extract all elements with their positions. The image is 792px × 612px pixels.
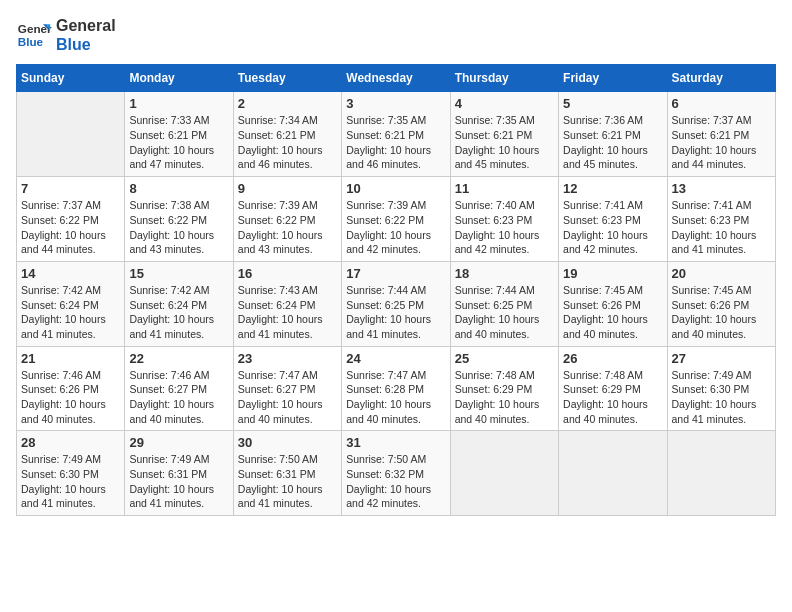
calendar-cell: 27Sunrise: 7:49 AM Sunset: 6:30 PM Dayli…	[667, 346, 775, 431]
day-number: 17	[346, 266, 445, 281]
calendar-cell: 22Sunrise: 7:46 AM Sunset: 6:27 PM Dayli…	[125, 346, 233, 431]
calendar-cell: 5Sunrise: 7:36 AM Sunset: 6:21 PM Daylig…	[559, 92, 667, 177]
calendar-header-row: SundayMondayTuesdayWednesdayThursdayFrid…	[17, 65, 776, 92]
day-number: 11	[455, 181, 554, 196]
calendar-cell: 20Sunrise: 7:45 AM Sunset: 6:26 PM Dayli…	[667, 261, 775, 346]
day-number: 13	[672, 181, 771, 196]
calendar-cell: 14Sunrise: 7:42 AM Sunset: 6:24 PM Dayli…	[17, 261, 125, 346]
calendar-week-3: 14Sunrise: 7:42 AM Sunset: 6:24 PM Dayli…	[17, 261, 776, 346]
day-number: 31	[346, 435, 445, 450]
svg-text:Blue: Blue	[18, 35, 44, 48]
day-number: 4	[455, 96, 554, 111]
calendar-cell: 29Sunrise: 7:49 AM Sunset: 6:31 PM Dayli…	[125, 431, 233, 516]
cell-content: Sunrise: 7:36 AM Sunset: 6:21 PM Dayligh…	[563, 113, 662, 172]
calendar-cell: 2Sunrise: 7:34 AM Sunset: 6:21 PM Daylig…	[233, 92, 341, 177]
calendar-cell: 10Sunrise: 7:39 AM Sunset: 6:22 PM Dayli…	[342, 177, 450, 262]
calendar-cell: 30Sunrise: 7:50 AM Sunset: 6:31 PM Dayli…	[233, 431, 341, 516]
cell-content: Sunrise: 7:34 AM Sunset: 6:21 PM Dayligh…	[238, 113, 337, 172]
cell-content: Sunrise: 7:46 AM Sunset: 6:27 PM Dayligh…	[129, 368, 228, 427]
day-number: 12	[563, 181, 662, 196]
calendar-cell: 21Sunrise: 7:46 AM Sunset: 6:26 PM Dayli…	[17, 346, 125, 431]
cell-content: Sunrise: 7:35 AM Sunset: 6:21 PM Dayligh…	[346, 113, 445, 172]
logo-line1: General	[56, 16, 116, 35]
calendar-cell: 24Sunrise: 7:47 AM Sunset: 6:28 PM Dayli…	[342, 346, 450, 431]
cell-content: Sunrise: 7:43 AM Sunset: 6:24 PM Dayligh…	[238, 283, 337, 342]
calendar-cell	[17, 92, 125, 177]
calendar-cell: 8Sunrise: 7:38 AM Sunset: 6:22 PM Daylig…	[125, 177, 233, 262]
cell-content: Sunrise: 7:49 AM Sunset: 6:30 PM Dayligh…	[672, 368, 771, 427]
cell-content: Sunrise: 7:46 AM Sunset: 6:26 PM Dayligh…	[21, 368, 120, 427]
page-header: General Blue General Blue	[16, 16, 776, 54]
column-header-friday: Friday	[559, 65, 667, 92]
day-number: 21	[21, 351, 120, 366]
cell-content: Sunrise: 7:44 AM Sunset: 6:25 PM Dayligh…	[346, 283, 445, 342]
cell-content: Sunrise: 7:50 AM Sunset: 6:31 PM Dayligh…	[238, 452, 337, 511]
calendar-cell: 28Sunrise: 7:49 AM Sunset: 6:30 PM Dayli…	[17, 431, 125, 516]
calendar-cell: 25Sunrise: 7:48 AM Sunset: 6:29 PM Dayli…	[450, 346, 558, 431]
day-number: 26	[563, 351, 662, 366]
calendar-cell: 11Sunrise: 7:40 AM Sunset: 6:23 PM Dayli…	[450, 177, 558, 262]
calendar-cell: 3Sunrise: 7:35 AM Sunset: 6:21 PM Daylig…	[342, 92, 450, 177]
cell-content: Sunrise: 7:48 AM Sunset: 6:29 PM Dayligh…	[563, 368, 662, 427]
logo-line2: Blue	[56, 35, 116, 54]
cell-content: Sunrise: 7:49 AM Sunset: 6:30 PM Dayligh…	[21, 452, 120, 511]
day-number: 1	[129, 96, 228, 111]
column-header-saturday: Saturday	[667, 65, 775, 92]
cell-content: Sunrise: 7:47 AM Sunset: 6:28 PM Dayligh…	[346, 368, 445, 427]
column-header-sunday: Sunday	[17, 65, 125, 92]
day-number: 2	[238, 96, 337, 111]
calendar-week-4: 21Sunrise: 7:46 AM Sunset: 6:26 PM Dayli…	[17, 346, 776, 431]
day-number: 10	[346, 181, 445, 196]
day-number: 8	[129, 181, 228, 196]
cell-content: Sunrise: 7:48 AM Sunset: 6:29 PM Dayligh…	[455, 368, 554, 427]
column-header-wednesday: Wednesday	[342, 65, 450, 92]
day-number: 24	[346, 351, 445, 366]
cell-content: Sunrise: 7:33 AM Sunset: 6:21 PM Dayligh…	[129, 113, 228, 172]
calendar-cell: 17Sunrise: 7:44 AM Sunset: 6:25 PM Dayli…	[342, 261, 450, 346]
calendar-cell: 18Sunrise: 7:44 AM Sunset: 6:25 PM Dayli…	[450, 261, 558, 346]
calendar-cell	[667, 431, 775, 516]
calendar-cell: 12Sunrise: 7:41 AM Sunset: 6:23 PM Dayli…	[559, 177, 667, 262]
cell-content: Sunrise: 7:41 AM Sunset: 6:23 PM Dayligh…	[672, 198, 771, 257]
day-number: 27	[672, 351, 771, 366]
day-number: 19	[563, 266, 662, 281]
calendar-cell: 1Sunrise: 7:33 AM Sunset: 6:21 PM Daylig…	[125, 92, 233, 177]
cell-content: Sunrise: 7:39 AM Sunset: 6:22 PM Dayligh…	[238, 198, 337, 257]
cell-content: Sunrise: 7:35 AM Sunset: 6:21 PM Dayligh…	[455, 113, 554, 172]
day-number: 7	[21, 181, 120, 196]
calendar-table: SundayMondayTuesdayWednesdayThursdayFrid…	[16, 64, 776, 516]
calendar-cell: 13Sunrise: 7:41 AM Sunset: 6:23 PM Dayli…	[667, 177, 775, 262]
calendar-cell: 7Sunrise: 7:37 AM Sunset: 6:22 PM Daylig…	[17, 177, 125, 262]
calendar-cell: 15Sunrise: 7:42 AM Sunset: 6:24 PM Dayli…	[125, 261, 233, 346]
logo: General Blue General Blue	[16, 16, 116, 54]
calendar-cell: 31Sunrise: 7:50 AM Sunset: 6:32 PM Dayli…	[342, 431, 450, 516]
cell-content: Sunrise: 7:38 AM Sunset: 6:22 PM Dayligh…	[129, 198, 228, 257]
cell-content: Sunrise: 7:42 AM Sunset: 6:24 PM Dayligh…	[129, 283, 228, 342]
day-number: 5	[563, 96, 662, 111]
cell-content: Sunrise: 7:41 AM Sunset: 6:23 PM Dayligh…	[563, 198, 662, 257]
cell-content: Sunrise: 7:45 AM Sunset: 6:26 PM Dayligh…	[563, 283, 662, 342]
calendar-week-2: 7Sunrise: 7:37 AM Sunset: 6:22 PM Daylig…	[17, 177, 776, 262]
day-number: 28	[21, 435, 120, 450]
cell-content: Sunrise: 7:39 AM Sunset: 6:22 PM Dayligh…	[346, 198, 445, 257]
day-number: 23	[238, 351, 337, 366]
cell-content: Sunrise: 7:49 AM Sunset: 6:31 PM Dayligh…	[129, 452, 228, 511]
column-header-thursday: Thursday	[450, 65, 558, 92]
day-number: 29	[129, 435, 228, 450]
calendar-cell: 4Sunrise: 7:35 AM Sunset: 6:21 PM Daylig…	[450, 92, 558, 177]
cell-content: Sunrise: 7:37 AM Sunset: 6:21 PM Dayligh…	[672, 113, 771, 172]
calendar-cell	[450, 431, 558, 516]
logo-icon: General Blue	[16, 17, 52, 53]
day-number: 6	[672, 96, 771, 111]
day-number: 20	[672, 266, 771, 281]
calendar-week-5: 28Sunrise: 7:49 AM Sunset: 6:30 PM Dayli…	[17, 431, 776, 516]
day-number: 15	[129, 266, 228, 281]
calendar-cell: 26Sunrise: 7:48 AM Sunset: 6:29 PM Dayli…	[559, 346, 667, 431]
cell-content: Sunrise: 7:47 AM Sunset: 6:27 PM Dayligh…	[238, 368, 337, 427]
day-number: 25	[455, 351, 554, 366]
cell-content: Sunrise: 7:37 AM Sunset: 6:22 PM Dayligh…	[21, 198, 120, 257]
day-number: 30	[238, 435, 337, 450]
calendar-cell: 19Sunrise: 7:45 AM Sunset: 6:26 PM Dayli…	[559, 261, 667, 346]
day-number: 18	[455, 266, 554, 281]
day-number: 14	[21, 266, 120, 281]
